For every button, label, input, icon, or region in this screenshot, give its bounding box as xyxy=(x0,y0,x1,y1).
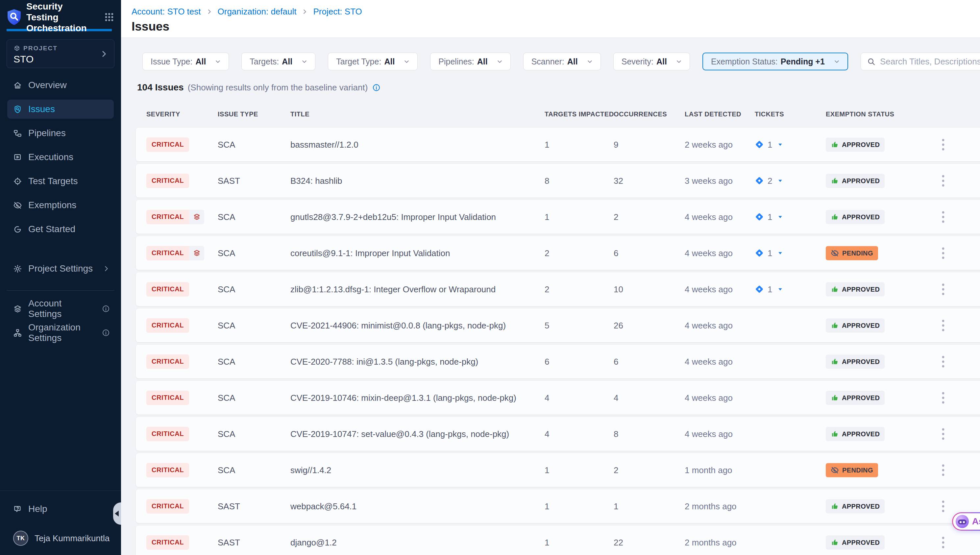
breadcrumb-project[interactable]: Project: STO xyxy=(313,6,362,17)
table-row[interactable]: CRITICALSCAgnutls28@3.7.9-2+deb12u5: Imp… xyxy=(136,200,980,234)
table-row[interactable]: CRITICALSASTB324: hashlib8323 weeks ago2… xyxy=(136,164,980,197)
issue-title[interactable]: django@1.2 xyxy=(290,537,337,547)
row-menu-button[interactable] xyxy=(940,353,947,370)
filter-severity[interactable]: Severity:All xyxy=(613,53,690,71)
table-row[interactable]: CRITICALSCACVE-2020-7788: ini@1.3.5 (lan… xyxy=(136,345,980,379)
sidebar-item-organization-settings[interactable]: Organization Settings xyxy=(0,323,121,346)
issue-title[interactable]: zlib@1:1.2.13.dfsg-1: Integer Overflow o… xyxy=(290,284,496,294)
layers-red-icon xyxy=(193,213,200,221)
severity-badge: CRITICAL xyxy=(146,499,189,513)
table-row[interactable]: CRITICALSCACVE-2019-10746: mixin-deep@1.… xyxy=(136,381,980,415)
table-row[interactable]: CRITICALSCACVE-2021-44906: minimist@0.0.… xyxy=(136,308,980,342)
thumbs-up-icon xyxy=(831,358,839,366)
row-menu-button[interactable] xyxy=(940,317,947,334)
sidebar-item-label: Project Settings xyxy=(28,263,93,274)
row-menu-button[interactable] xyxy=(940,425,947,443)
info-icon[interactable] xyxy=(372,83,380,92)
ticket-link[interactable]: 2 xyxy=(755,176,783,186)
sidebar-item-project-settings[interactable]: Project Settings xyxy=(0,259,121,281)
filter-issue-type[interactable]: Issue Type:All xyxy=(143,53,229,71)
row-menu-button[interactable] xyxy=(940,136,947,153)
sidebar-item-exemptions[interactable]: Exemptions xyxy=(0,196,121,218)
filter-target-type[interactable]: Target Type:All xyxy=(328,53,418,71)
ask-ai-button[interactable]: Ask AI xyxy=(952,512,980,531)
column-header-exemption-status: EXEMPTION STATUS xyxy=(826,111,894,118)
issue-title[interactable]: CVE-2021-44906: minimist@0.0.8 (lang-pkg… xyxy=(290,320,506,330)
table-row[interactable]: CRITICALSCAswig//1.4.2121 month agoPENDI… xyxy=(136,453,980,487)
caret-down-icon[interactable] xyxy=(778,214,783,220)
info-icon[interactable] xyxy=(102,305,110,313)
row-menu-button[interactable] xyxy=(940,534,947,551)
breadcrumb-account[interactable]: Account: STO test xyxy=(132,6,201,17)
search-input[interactable] xyxy=(880,56,980,67)
targets-impacted-cell: 1 xyxy=(545,537,549,547)
ticket-link[interactable]: 1 xyxy=(755,140,783,149)
sidebar-item-label: Pipelines xyxy=(28,128,66,138)
sidebar-item-issues[interactable]: Issues xyxy=(0,99,121,122)
sidebar-header: Security Testing Orchestration xyxy=(0,0,121,29)
ticket-link[interactable]: 1 xyxy=(755,212,783,222)
table-row[interactable]: CRITICALSASTwebpack@5.64.1112 months ago… xyxy=(136,489,980,523)
issue-title[interactable]: CVE-2020-7788: ini@1.3.5 (lang-pkgs, nod… xyxy=(290,356,478,367)
row-menu-button[interactable] xyxy=(940,462,947,479)
chevron-right-icon xyxy=(99,50,108,58)
column-header-occurrences: OCCURRENCES xyxy=(614,111,667,118)
tickets-cell: 1 xyxy=(755,248,783,258)
caret-down-icon[interactable] xyxy=(778,178,783,183)
sidebar-item-get-started[interactable]: Get Started xyxy=(0,220,121,242)
occurrences-cell: 2 xyxy=(614,212,618,222)
severity-label: CRITICAL xyxy=(146,354,189,369)
issue-title[interactable]: gnutls28@3.7.9-2+deb12u5: Improper Input… xyxy=(290,212,496,222)
exemption-status-cell: APPROVED xyxy=(826,427,885,441)
sidebar-user[interactable]: TK Teja Kummarikuntla xyxy=(0,529,121,551)
sidebar-item-help[interactable]: Help xyxy=(0,499,121,522)
row-menu-button[interactable] xyxy=(940,245,947,262)
jira-ticket-icon xyxy=(755,285,764,294)
targets-impacted-cell: 1 xyxy=(545,212,549,222)
project-selector[interactable]: PROJECT STO xyxy=(6,40,114,68)
sidebar-item-pipelines[interactable]: Pipelines xyxy=(0,124,121,146)
row-menu-button[interactable] xyxy=(940,172,947,189)
exemption-status-cell: APPROVED xyxy=(826,354,885,369)
filter-targets[interactable]: Targets:All xyxy=(241,53,315,71)
sidebar-item-executions[interactable]: Executions xyxy=(0,148,121,170)
table-row[interactable]: CRITICALSCAcoreutils@9.1-1: Improper Inp… xyxy=(136,236,980,270)
issue-title[interactable]: coreutils@9.1-1: Improper Input Validati… xyxy=(290,248,450,258)
issue-title[interactable]: B324: hashlib xyxy=(290,176,342,186)
table-row[interactable]: CRITICALSASTdjango@1.21222 months agoAPP… xyxy=(136,525,980,555)
issue-title[interactable]: CVE-2019-10746: mixin-deep@1.3.1 (lang-p… xyxy=(290,393,516,403)
jira-ticket-icon xyxy=(755,212,764,221)
sidebar-item-label: Account Settings xyxy=(28,298,96,319)
breadcrumb-organization[interactable]: Organization: default xyxy=(218,6,297,17)
row-menu-button[interactable] xyxy=(940,498,947,515)
info-icon[interactable] xyxy=(102,329,110,337)
issue-title[interactable]: CVE-2019-10747: set-value@0.4.3 (lang-pk… xyxy=(290,429,509,439)
sidebar-item-test-targets[interactable]: Test Targets xyxy=(0,172,121,194)
sidebar-item-overview[interactable]: Overview xyxy=(0,75,121,98)
issue-type-cell: SCA xyxy=(218,393,235,403)
module-grid-icon[interactable] xyxy=(104,12,114,22)
caret-down-icon[interactable] xyxy=(778,142,783,147)
row-menu-button[interactable] xyxy=(940,209,947,226)
last-detected-cell: 4 weeks ago xyxy=(685,320,733,330)
sidebar-collapse-handle[interactable] xyxy=(113,502,121,525)
filter-exemption-status[interactable]: Exemption Status:Pending +1 xyxy=(703,53,848,71)
severity-label: CRITICAL xyxy=(146,463,189,477)
filter-pipelines[interactable]: Pipelines:All xyxy=(430,53,510,71)
table-row[interactable]: CRITICALSCAbassmaster//1.2.0192 weeks ag… xyxy=(136,128,980,162)
filter-scanner[interactable]: Scanner:All xyxy=(523,53,601,71)
sidebar-item-account-settings[interactable]: Account Settings xyxy=(0,299,121,322)
row-menu-button[interactable] xyxy=(940,281,947,298)
severity-cell: CRITICAL xyxy=(146,282,189,297)
issue-title[interactable]: bassmaster//1.2.0 xyxy=(290,140,358,149)
issue-title[interactable]: swig//1.4.2 xyxy=(290,465,331,475)
table-row[interactable]: CRITICALSCAzlib@1:1.2.13.dfsg-1: Integer… xyxy=(136,272,980,306)
ticket-link[interactable]: 1 xyxy=(755,248,783,258)
caret-down-icon[interactable] xyxy=(778,286,783,292)
row-menu-button[interactable] xyxy=(940,389,947,406)
thumbs-up-icon xyxy=(831,502,839,510)
table-row[interactable]: CRITICALSCACVE-2019-10747: set-value@0.4… xyxy=(136,417,980,451)
ticket-link[interactable]: 1 xyxy=(755,284,783,294)
issue-title[interactable]: webpack@5.64.1 xyxy=(290,501,356,511)
caret-down-icon[interactable] xyxy=(778,250,783,256)
